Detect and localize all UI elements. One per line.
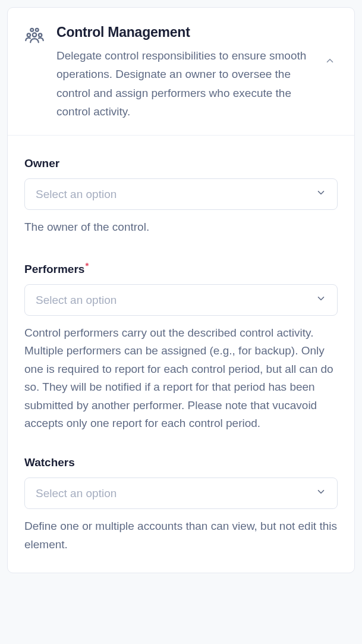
watchers-select[interactable]: Select an option xyxy=(24,477,338,509)
svg-point-0 xyxy=(30,29,33,32)
control-management-card: Control Management Delegate control resp… xyxy=(7,7,355,573)
svg-point-2 xyxy=(33,33,37,37)
watchers-help-text: Define one or multiple accounts than can… xyxy=(24,517,338,554)
performers-label-text: Performers xyxy=(24,263,84,275)
section-description: Delegate control responsibilities to ens… xyxy=(56,46,315,121)
owner-label-text: Owner xyxy=(24,157,59,169)
chevron-down-icon xyxy=(316,486,326,500)
chevron-down-icon xyxy=(316,187,326,201)
watchers-label: Watchers xyxy=(24,456,338,469)
watchers-field: Watchers Select an option Define one or … xyxy=(24,456,338,554)
owner-select-placeholder: Select an option xyxy=(36,188,117,201)
owner-select[interactable]: Select an option xyxy=(24,178,338,210)
card-header: Control Management Delegate control resp… xyxy=(8,8,354,136)
performers-field: Performers* Select an option Control per… xyxy=(24,260,338,433)
section-title: Control Management xyxy=(56,24,315,40)
svg-point-3 xyxy=(27,33,30,36)
chevron-down-icon xyxy=(316,293,326,307)
svg-point-1 xyxy=(36,29,39,32)
performers-select[interactable]: Select an option xyxy=(24,284,338,316)
users-group-icon xyxy=(24,26,45,48)
collapse-toggle[interactable] xyxy=(322,53,338,70)
performers-help-text: Control performers carry out the describ… xyxy=(24,324,338,432)
card-body: Owner Select an option The owner of the … xyxy=(8,136,354,573)
required-marker: * xyxy=(85,260,89,271)
svg-point-4 xyxy=(39,33,42,36)
owner-field: Owner Select an option The owner of the … xyxy=(24,157,338,236)
performers-label: Performers* xyxy=(24,260,338,276)
header-text-block: Control Management Delegate control resp… xyxy=(56,24,315,121)
watchers-label-text: Watchers xyxy=(24,456,75,469)
chevron-up-icon xyxy=(325,59,335,68)
watchers-select-placeholder: Select an option xyxy=(36,487,117,500)
owner-help-text: The owner of the control. xyxy=(24,218,338,236)
performers-select-placeholder: Select an option xyxy=(36,294,117,307)
owner-label: Owner xyxy=(24,157,338,170)
